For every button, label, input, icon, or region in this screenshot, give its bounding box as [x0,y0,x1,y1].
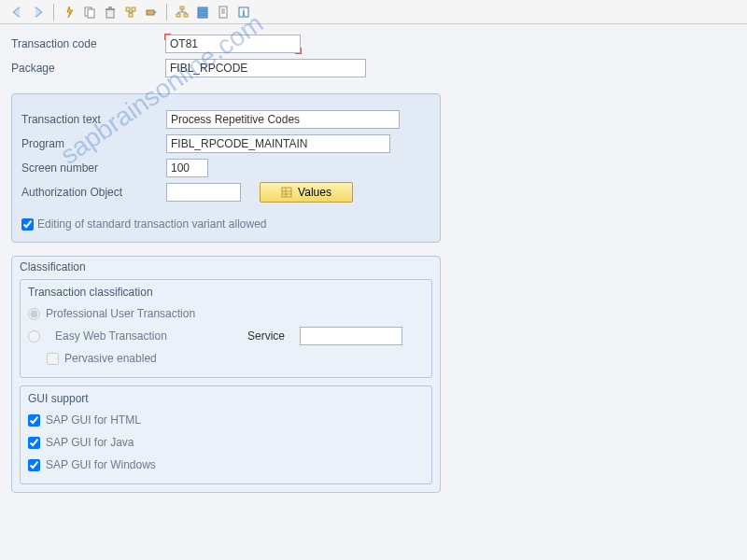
gui-windows-label: SAP GUI for Windows [46,458,156,471]
copy-icon[interactable] [81,4,98,21]
values-button[interactable]: Values [260,182,353,203]
radio-professional[interactable] [28,308,40,320]
tcode-label: Transaction code [11,37,165,50]
package-label: Package [11,62,165,75]
svg-rect-13 [184,14,188,17]
gui-windows-checkbox[interactable] [28,459,40,471]
where-used-icon[interactable] [122,4,139,21]
gui-html-checkbox[interactable] [28,414,40,427]
svg-rect-19 [198,11,207,14]
scrnum-input[interactable] [166,159,208,177]
detail-panel: Transaction text Program Screen number A… [11,93,441,243]
tc-title: Transaction classification [28,286,424,299]
back-arrow-icon[interactable] [9,4,26,21]
auth-label: Authorization Object [21,186,166,199]
program-label: Program [21,137,166,150]
classification-group: Classification Transaction classificatio… [11,256,441,493]
gui-support-group: GUI support SAP GUI for HTML SAP GUI for… [20,385,432,484]
gui-html-label: SAP GUI for HTML [46,413,141,427]
stack-icon[interactable] [194,4,211,21]
forward-arrow-icon[interactable] [30,4,47,21]
radio-professional-label: Professional User Transaction [46,307,195,320]
service-label: Service [247,329,285,343]
svg-rect-21 [219,7,227,18]
gui-java-checkbox[interactable] [28,437,40,449]
toolbar-separator-icon [53,4,54,21]
svg-rect-10 [147,10,154,15]
svg-rect-27 [282,188,291,197]
info-icon[interactable]: i [235,4,252,21]
gui-title: GUI support [28,392,424,405]
values-button-label: Values [298,186,331,199]
svg-rect-20 [198,15,207,18]
package-input[interactable] [165,59,366,77]
hierarchy-icon[interactable] [174,4,190,21]
svg-rect-2 [106,9,114,18]
toolbar-separator-icon [166,4,167,21]
svg-rect-11 [180,7,184,9]
auth-input[interactable] [166,183,241,202]
delete-icon[interactable] [102,4,119,21]
svg-rect-18 [198,7,207,10]
gui-java-label: SAP GUI for Java [46,436,134,449]
content-area: Transaction code Package Transaction tex… [0,24,747,519]
transaction-classification-group: Transaction classification Professional … [20,279,432,378]
svg-rect-12 [176,14,180,17]
svg-text:i: i [243,7,246,18]
scrnum-label: Screen number [21,161,166,175]
svg-rect-7 [129,13,133,17]
classification-title: Classification [12,257,440,275]
ttext-input[interactable] [166,110,400,129]
activate-icon[interactable] [61,4,78,21]
program-input[interactable] [166,134,390,153]
document-icon[interactable] [215,4,232,21]
radio-easyweb[interactable] [28,330,40,343]
svg-rect-5 [126,7,130,11]
edit-variant-label: Editing of standard transaction variant … [37,217,266,231]
radio-easyweb-label: Easy Web Transaction [55,329,233,343]
svg-rect-1 [88,9,94,18]
pervasive-label: Pervasive enabled [64,352,157,365]
edit-variant-checkbox[interactable] [21,218,34,231]
tcode-input[interactable] [165,35,301,53]
svg-rect-6 [132,7,135,11]
service-input[interactable] [300,327,402,345]
transport-icon[interactable] [143,4,160,21]
app-toolbar: i [0,0,747,24]
pervasive-checkbox[interactable] [47,353,59,365]
ttext-label: Transaction text [21,113,166,126]
